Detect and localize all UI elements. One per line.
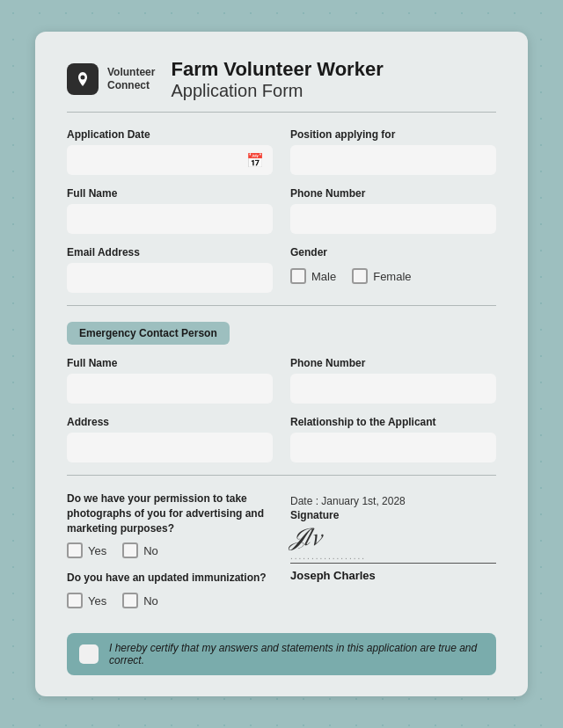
email-input[interactable]: [67, 263, 273, 293]
bottom-section: Do we have your permission to take photo…: [67, 491, 496, 621]
app-date-input[interactable]: [67, 145, 273, 175]
app-date-label: Application Date: [67, 128, 273, 141]
emergency-phone-input[interactable]: [290, 374, 496, 404]
emergency-group-name: Full Name: [67, 357, 273, 404]
emergency-address-input[interactable]: [67, 433, 273, 462]
photo-no-label[interactable]: No: [122, 542, 158, 558]
photo-yes-box[interactable]: [67, 542, 83, 558]
photo-permission-text: Do we have your permission to take photo…: [67, 491, 273, 535]
emergency-group-address: Address: [67, 416, 273, 462]
phone-label: Phone Number: [290, 187, 496, 200]
photo-yes-text: Yes: [88, 544, 106, 557]
male-label: Male: [311, 270, 336, 283]
female-radio-box[interactable]: [352, 268, 368, 284]
emergency-name-label: Full Name: [67, 357, 273, 369]
title-block: Farm Volunteer Worker Application Form: [171, 58, 496, 101]
male-radio-box[interactable]: [290, 268, 306, 284]
immun-yes-box[interactable]: [67, 593, 83, 608]
bottom-divider: [67, 475, 496, 476]
date-line: Date : January 1st, 2028: [290, 495, 496, 507]
row-email-gender: Email Address Gender Male Female: [67, 246, 496, 293]
emergency-address-label: Address: [67, 416, 273, 428]
gender-row: Male Female: [290, 268, 496, 284]
emergency-phone-label: Phone Number: [290, 357, 496, 369]
emergency-row-address-rel: Address Relationship to the Applicant: [67, 416, 496, 462]
form-card: Volunteer Connect Farm Volunteer Worker …: [35, 32, 528, 697]
date-input-wrapper: 📅: [67, 145, 273, 175]
photo-yes-no-row: Yes No: [67, 542, 273, 558]
emergency-row-name-phone: Full Name Phone Number: [67, 357, 496, 404]
sig-name: Joseph Charles: [290, 569, 496, 582]
sig-line: [290, 563, 496, 564]
phone-input[interactable]: [290, 204, 496, 234]
immun-yes-text: Yes: [88, 594, 106, 608]
bottom-right: Date : January 1st, 2028 Signature 𝒥𝑙𝑣 .…: [290, 491, 496, 621]
row-name-phone: Full Name Phone Number: [67, 187, 496, 234]
calendar-icon: 📅: [246, 152, 264, 169]
group-app-date: Application Date 📅: [67, 128, 273, 175]
emergency-group-phone: Phone Number: [290, 357, 496, 404]
email-label: Email Address: [67, 246, 273, 258]
logo-icon: [67, 63, 99, 95]
certify-text: I hereby certify that my answers and sta…: [109, 642, 484, 666]
logo-text: Volunteer Connect: [107, 66, 155, 93]
certify-bar: I hereby certify that my answers and sta…: [67, 633, 496, 675]
header-divider: [67, 112, 496, 113]
immun-yes-label[interactable]: Yes: [67, 593, 106, 608]
section-divider: [67, 305, 496, 306]
photo-no-box[interactable]: [122, 542, 138, 558]
group-gender: Gender Male Female: [290, 246, 496, 293]
full-name-label: Full Name: [67, 187, 273, 200]
emergency-name-input[interactable]: [67, 374, 273, 404]
group-email: Email Address: [67, 246, 273, 293]
signature-image: 𝒥𝑙𝑣: [290, 525, 496, 550]
group-full-name: Full Name: [67, 187, 273, 234]
female-radio-label[interactable]: Female: [352, 268, 411, 284]
header: Volunteer Connect Farm Volunteer Worker …: [67, 58, 496, 101]
form-title-main: Farm Volunteer Worker: [171, 58, 496, 81]
position-input[interactable]: [290, 145, 496, 175]
logo-block: Volunteer Connect: [67, 63, 155, 95]
immun-no-label[interactable]: No: [122, 593, 158, 608]
full-name-input[interactable]: [67, 204, 273, 234]
immun-no-box[interactable]: [122, 593, 138, 608]
group-phone: Phone Number: [290, 187, 496, 234]
female-label: Female: [373, 270, 411, 283]
immunization-yes-no-row: Yes No: [67, 593, 273, 608]
certify-checkbox[interactable]: [79, 644, 99, 664]
bottom-left: Do we have your permission to take photo…: [67, 491, 273, 621]
position-label: Position applying for: [290, 128, 496, 141]
emergency-relationship-label: Relationship to the Applicant: [290, 416, 496, 428]
row-date-position: Application Date 📅 Position applying for: [67, 128, 496, 175]
gender-label: Gender: [290, 246, 496, 258]
emergency-group-relationship: Relationship to the Applicant: [290, 416, 496, 462]
form-title-sub: Application Form: [171, 81, 496, 101]
male-radio-label[interactable]: Male: [290, 268, 336, 284]
emergency-relationship-input[interactable]: [290, 433, 496, 462]
sig-label: Signature: [290, 509, 496, 521]
immun-no-text: No: [143, 594, 158, 608]
photo-no-text: No: [143, 544, 158, 557]
immunization-text: Do you have an updated immunization?: [67, 571, 273, 586]
sig-dots: ..................: [290, 551, 496, 561]
emergency-section-badge: Emergency Contact Person: [67, 322, 230, 345]
group-position: Position applying for: [290, 128, 496, 175]
svg-point-0: [81, 76, 85, 80]
photo-yes-label[interactable]: Yes: [67, 542, 106, 558]
